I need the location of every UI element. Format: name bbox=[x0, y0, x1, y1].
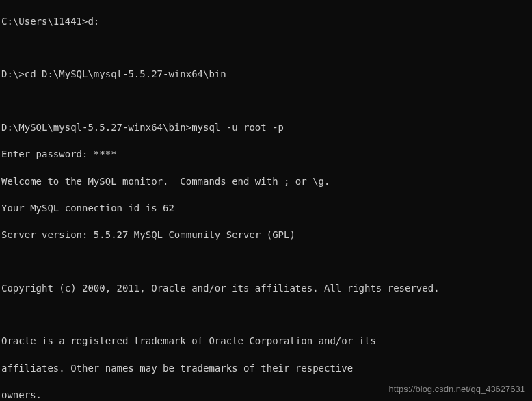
blank-line bbox=[1, 95, 531, 108]
watermark-text: https://blog.csdn.net/qq_43627631 bbox=[389, 383, 526, 396]
output-line: Copyright (c) 2000, 2011, Oracle and/or … bbox=[1, 282, 531, 296]
output-line: Enter password: **** bbox=[1, 148, 531, 161]
prompt-line: C:\Users\11441>d: bbox=[1, 15, 531, 29]
blank-line bbox=[1, 255, 531, 268]
output-line: Server version: 5.5.27 MySQL Community S… bbox=[1, 229, 531, 242]
output-line: Welcome to the MySQL monitor. Commands e… bbox=[1, 175, 531, 189]
prompt-line: D:\>cd D:\MySQL\mysql-5.5.27-winx64\bin bbox=[1, 68, 531, 81]
blank-line bbox=[1, 309, 531, 322]
blank-line bbox=[1, 42, 531, 55]
output-line: Oracle is a registered trademark of Orac… bbox=[1, 335, 531, 348]
terminal-output[interactable]: C:\Users\11441>d: D:\>cd D:\MySQL\mysql-… bbox=[1, 1, 531, 401]
prompt-line: D:\MySQL\mysql-5.5.27-winx64\bin>mysql -… bbox=[1, 121, 531, 135]
output-line: affiliates. Other names may be trademark… bbox=[1, 362, 531, 376]
output-line: Your MySQL connection id is 62 bbox=[1, 202, 531, 216]
